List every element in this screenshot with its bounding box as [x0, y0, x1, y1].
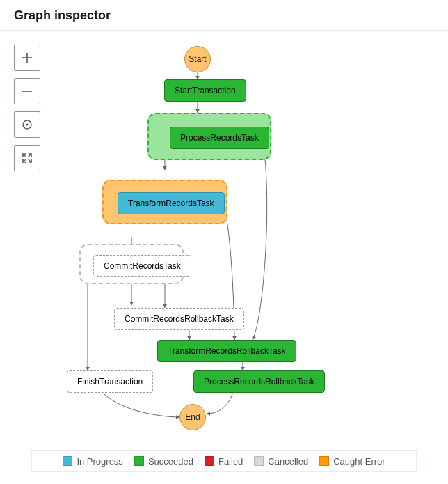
legend-label: Caught Error	[333, 456, 385, 467]
header: Graph inspector	[0, 0, 448, 31]
toolbar	[14, 45, 40, 171]
minus-icon	[22, 86, 33, 97]
end-node[interactable]: End	[179, 404, 206, 430]
legend: In Progress Succeeded Failed Cancelled C…	[31, 450, 417, 472]
swatch-caught-error	[319, 456, 329, 466]
node-finish-transaction[interactable]: FinishTransaction	[67, 370, 153, 393]
node-transform-records-rollback[interactable]: TransformRecordsRollbackTask	[157, 340, 296, 362]
target-icon	[22, 119, 33, 130]
expand-icon	[22, 153, 33, 164]
swatch-failed	[205, 456, 214, 466]
node-transform-records[interactable]: TransformRecordsTask	[118, 192, 225, 214]
start-label: Start	[189, 55, 206, 63]
swatch-in-progress	[63, 456, 72, 466]
legend-caught-error: Caught Error	[319, 456, 385, 467]
legend-label: In Progress	[77, 456, 122, 467]
legend-label: Cancelled	[268, 456, 308, 467]
end-label: End	[185, 413, 200, 421]
zoom-out-button[interactable]	[14, 78, 40, 104]
graph-canvas: Start StartTransaction ProcessRecordsTas…	[0, 31, 448, 476]
node-start-transaction[interactable]: StartTransaction	[164, 79, 246, 102]
node-label: StartTransaction	[175, 86, 236, 95]
node-label: TransformRecordsTask	[128, 198, 214, 208]
legend-failed: Failed	[205, 456, 243, 467]
plus-icon	[22, 52, 33, 63]
node-label: ProcessRecordsRollbackTask	[204, 377, 314, 387]
page-title: Graph inspector	[14, 8, 434, 23]
legend-succeeded: Succeeded	[134, 456, 193, 467]
svg-point-1	[26, 123, 28, 125]
legend-in-progress: In Progress	[63, 456, 122, 467]
node-label: TransformRecordsRollbackTask	[168, 346, 286, 356]
legend-label: Failed	[218, 456, 243, 467]
node-commit-records[interactable]: CommitRecordsTask	[93, 255, 191, 277]
node-label: ProcessRecordsTask	[180, 133, 259, 143]
legend-cancelled: Cancelled	[254, 456, 308, 467]
start-node[interactable]: Start	[184, 46, 211, 72]
center-button[interactable]	[14, 111, 40, 138]
legend-label: Succeeded	[148, 456, 193, 467]
node-process-records[interactable]: ProcessRecordsTask	[170, 127, 269, 149]
node-label: CommitRecordsRollbackTask	[125, 314, 234, 324]
node-label: CommitRecordsTask	[104, 261, 181, 271]
swatch-cancelled	[254, 456, 264, 466]
node-commit-records-rollback[interactable]: CommitRecordsRollbackTask	[114, 308, 244, 330]
node-process-records-rollback[interactable]: ProcessRecordsRollbackTask	[193, 370, 325, 393]
swatch-succeeded	[134, 456, 144, 466]
zoom-in-button[interactable]	[14, 45, 40, 71]
fit-screen-button[interactable]	[14, 145, 40, 171]
node-label: FinishTransaction	[77, 377, 143, 387]
